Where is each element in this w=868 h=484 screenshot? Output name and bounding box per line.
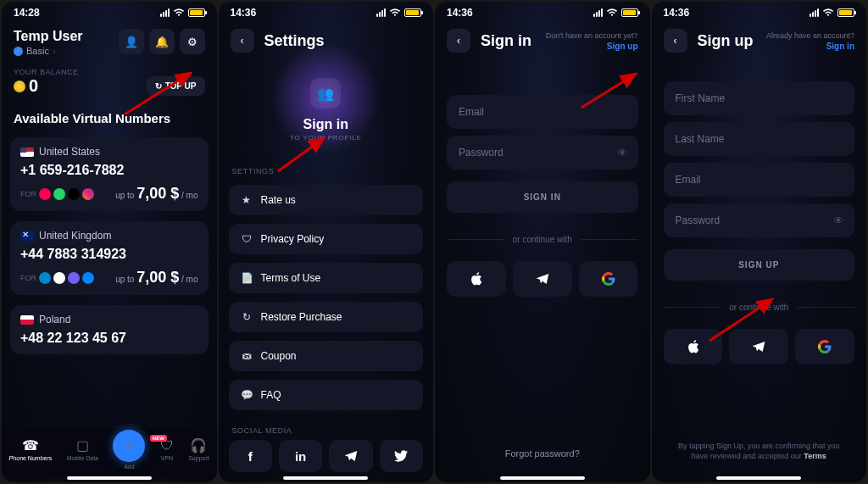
- signal-icon: [376, 8, 386, 17]
- document-icon: 📄: [241, 272, 253, 284]
- home-indicator: [500, 476, 585, 480]
- users-icon: 👥: [310, 78, 341, 108]
- home-indicator: [716, 476, 801, 480]
- eye-off-icon[interactable]: 👁: [833, 214, 844, 227]
- last-name-field[interactable]: Last Name: [664, 122, 855, 156]
- sign-in-button[interactable]: SIGN IN: [447, 181, 638, 213]
- top-up-button[interactable]: ↻TOP UP: [147, 76, 205, 96]
- headset-icon: 🎧: [190, 437, 207, 453]
- section-label: SETTINGS: [219, 155, 434, 181]
- signal-icon: [160, 8, 170, 17]
- status-bar: 14:36: [652, 2, 867, 20]
- battery-icon: [621, 8, 638, 17]
- status-bar: 14:28: [2, 2, 217, 20]
- username: Temp User: [14, 29, 83, 44]
- sign-in-promo[interactable]: 👥 Sign in TO YOUR PROFILE: [219, 61, 434, 155]
- notifications-button[interactable]: 🔔: [149, 29, 175, 54]
- tab-vpn[interactable]: 🛡VPNNEW: [160, 438, 174, 461]
- shield-check-icon: 🛡: [241, 233, 253, 245]
- facebook-button[interactable]: f: [229, 440, 272, 472]
- signal-icon: [810, 8, 819, 17]
- ticket-icon: 🎟: [241, 350, 253, 362]
- number-card[interactable]: United Kingdom +44 7883 314923 FOR up to…: [10, 221, 209, 295]
- telegram-button[interactable]: [329, 440, 372, 472]
- clock: 14:36: [664, 7, 690, 19]
- flag-us-icon: [20, 147, 34, 157]
- back-button[interactable]: ‹: [447, 29, 470, 53]
- number-card[interactable]: Poland +48 22 123 45 67: [10, 305, 209, 354]
- tab-mobile-data[interactable]: ▢Mobile Data: [67, 437, 98, 461]
- back-button[interactable]: ‹: [231, 29, 254, 53]
- settings-button[interactable]: ⚙: [180, 29, 205, 54]
- signup-link[interactable]: Sign up: [546, 42, 638, 51]
- page-title: Sign in: [481, 32, 531, 50]
- verified-icon: ✓: [14, 47, 23, 56]
- app-icon: [82, 272, 94, 284]
- phone-number: +1 659-216-7882: [20, 163, 198, 178]
- telegram-signin[interactable]: [729, 329, 788, 364]
- menu-faq[interactable]: 💬FAQ: [229, 380, 424, 410]
- available-numbers-title: Available Virtual Numbers: [2, 99, 217, 132]
- phone-icon: ☎: [22, 437, 39, 453]
- tiktok-icon: [68, 188, 80, 200]
- profile-button[interactable]: 👤: [119, 29, 144, 54]
- status-bar: 14:36: [219, 2, 434, 20]
- twitter-button[interactable]: [380, 440, 423, 472]
- email-field[interactable]: Email: [664, 163, 855, 197]
- instagram-icon: [82, 188, 94, 200]
- divider: or continue with: [664, 303, 855, 312]
- clock: 14:36: [231, 7, 257, 19]
- sim-icon: ▢: [76, 437, 89, 453]
- telegram-signin[interactable]: [513, 261, 572, 297]
- menu-terms[interactable]: 📄Terms of Use: [229, 263, 424, 293]
- home-indicator: [67, 476, 152, 480]
- app-icon: [68, 272, 80, 284]
- wifi-icon: [173, 8, 185, 17]
- add-fab[interactable]: +: [113, 430, 145, 462]
- signup-hint: Don't have an account yet?: [546, 31, 638, 40]
- signin-link[interactable]: Sign in: [766, 42, 854, 51]
- password-field[interactable]: Password👁: [447, 136, 638, 170]
- new-badge: NEW: [150, 435, 167, 442]
- number-card[interactable]: United States +1 659-216-7882 FOR up to …: [10, 137, 209, 211]
- menu-privacy[interactable]: 🛡Privacy Policy: [229, 224, 424, 254]
- divider: or continue with: [447, 235, 638, 244]
- google-signin[interactable]: [795, 329, 854, 364]
- password-field[interactable]: Password👁: [664, 203, 855, 237]
- linkedin-button[interactable]: in: [279, 440, 322, 472]
- topup-icon: ↻: [155, 81, 162, 91]
- wifi-icon: [389, 8, 401, 17]
- tab-phone-numbers[interactable]: ☎Phone Numbers: [9, 437, 53, 461]
- clock: 14:36: [447, 7, 473, 19]
- sign-up-button[interactable]: SIGN UP: [664, 249, 855, 281]
- tab-support[interactable]: 🎧Support: [188, 437, 209, 461]
- flag-pl-icon: [20, 315, 34, 325]
- menu-restore[interactable]: ↻Restore Purchase: [229, 302, 424, 332]
- apple-signin[interactable]: [664, 329, 723, 364]
- menu-rate-us[interactable]: ★Rate us: [229, 185, 424, 215]
- wifi-icon: [606, 8, 618, 17]
- google-signin[interactable]: [579, 261, 638, 297]
- battery-icon: [404, 8, 421, 17]
- menu-coupon[interactable]: 🎟Coupon: [229, 341, 424, 371]
- first-name-field[interactable]: First Name: [664, 81, 855, 115]
- back-button[interactable]: ‹: [664, 29, 687, 53]
- apple-signin[interactable]: [447, 261, 506, 297]
- balance-value: 0: [14, 76, 79, 96]
- chat-icon: 💬: [241, 389, 253, 401]
- eye-off-icon[interactable]: 👁: [617, 147, 628, 159]
- terms-link[interactable]: Terms: [804, 452, 826, 460]
- phone-number: +48 22 123 45 67: [20, 331, 198, 346]
- google-icon: [53, 272, 65, 284]
- status-bar: 14:36: [435, 2, 650, 20]
- tab-bar: ☎Phone Numbers ▢Mobile Data +Add 🛡VPNNEW…: [2, 428, 217, 477]
- app-icon: [39, 188, 51, 200]
- signal-icon: [593, 8, 603, 17]
- signin-hint: Already have an account?: [766, 31, 854, 40]
- email-field[interactable]: Email: [447, 95, 638, 129]
- flag-uk-icon: [20, 231, 34, 241]
- star-icon: ★: [241, 194, 253, 206]
- tab-add[interactable]: +Add: [113, 430, 145, 470]
- battery-icon: [188, 8, 205, 17]
- coin-icon: [14, 81, 25, 92]
